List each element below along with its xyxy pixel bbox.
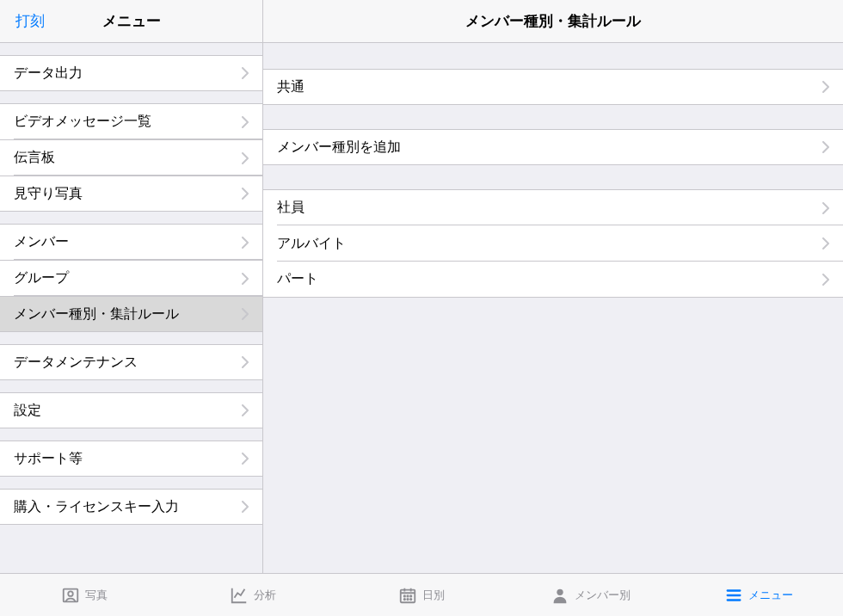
tab-label: メニュー bbox=[748, 588, 793, 603]
tab-label: 日別 bbox=[422, 588, 445, 603]
content-group: 社員アルバイトパート bbox=[263, 189, 843, 298]
tab-menu[interactable]: メニュー bbox=[674, 586, 843, 605]
menu-icon bbox=[724, 586, 743, 605]
content-item[interactable]: パート bbox=[263, 262, 843, 298]
sidebar-item-label: 伝言板 bbox=[14, 149, 242, 167]
content-item[interactable]: 共通 bbox=[263, 69, 843, 105]
sidebar-item[interactable]: データ出力 bbox=[0, 55, 262, 91]
content-item[interactable]: メンバー種別を追加 bbox=[263, 129, 843, 165]
content-item[interactable]: アルバイト bbox=[263, 225, 843, 262]
content-item-label: アルバイト bbox=[277, 235, 822, 253]
sidebar-item-label: 購入・ライセンスキー入力 bbox=[14, 498, 242, 516]
chevron-right-icon bbox=[242, 404, 249, 416]
sidebar-item-label: メンバー種別・集計ルール bbox=[14, 305, 242, 323]
sidebar-group: データメンテナンス bbox=[0, 344, 262, 380]
sidebar-group: メンバーグループメンバー種別・集計ルール bbox=[0, 224, 262, 332]
svg-point-3 bbox=[404, 595, 405, 596]
chevron-right-icon bbox=[242, 308, 249, 320]
chevron-right-icon bbox=[242, 501, 249, 513]
tab-person[interactable]: メンバー別 bbox=[506, 586, 674, 605]
sidebar-item-label: 設定 bbox=[14, 402, 242, 420]
sidebar-item-label: 見守り写真 bbox=[14, 185, 242, 203]
svg-point-4 bbox=[407, 595, 408, 596]
content-item-label: 共通 bbox=[277, 78, 822, 96]
sidebar-item-label: グループ bbox=[14, 269, 242, 287]
chevron-right-icon bbox=[242, 453, 249, 465]
sidebar-group: 購入・ライセンスキー入力 bbox=[0, 489, 262, 525]
content-group: 共通 bbox=[263, 69, 843, 105]
sidebar-group: ビデオメッセージ一覧伝言板見守り写真 bbox=[0, 103, 262, 212]
svg-point-7 bbox=[407, 598, 408, 599]
sidebar-group: サポート等 bbox=[0, 440, 262, 477]
chevron-right-icon bbox=[242, 188, 249, 200]
content-group: メンバー種別を追加 bbox=[263, 129, 843, 165]
main-container: 打刻 メニュー データ出力ビデオメッセージ一覧伝言板見守り写真メンバーグループメ… bbox=[0, 0, 843, 573]
sidebar-item-label: サポート等 bbox=[14, 450, 242, 468]
sidebar-item[interactable]: 伝言板 bbox=[0, 139, 262, 176]
chevron-right-icon bbox=[242, 152, 249, 164]
content-header: メンバー種別・集計ルール bbox=[263, 0, 843, 43]
tab-label: 分析 bbox=[254, 588, 276, 603]
content-item[interactable]: 社員 bbox=[263, 189, 843, 225]
sidebar-item[interactable]: ビデオメッセージ一覧 bbox=[0, 103, 262, 139]
sidebar-item[interactable]: メンバー bbox=[0, 224, 262, 260]
tab-photo[interactable]: 写真 bbox=[0, 586, 169, 605]
calendar-icon bbox=[398, 586, 417, 605]
chart-icon bbox=[230, 586, 249, 605]
chevron-right-icon bbox=[822, 81, 829, 93]
chevron-right-icon bbox=[822, 141, 829, 153]
content-list: 共通メンバー種別を追加社員アルバイトパート bbox=[263, 43, 843, 573]
sidebar-item-label: データメンテナンス bbox=[14, 354, 242, 372]
tab-calendar[interactable]: 日別 bbox=[337, 586, 506, 605]
sidebar-item-label: メンバー bbox=[14, 233, 242, 251]
tab-chart[interactable]: 分析 bbox=[169, 586, 337, 605]
chevron-right-icon bbox=[242, 273, 249, 285]
sidebar-item[interactable]: メンバー種別・集計ルール bbox=[0, 296, 262, 332]
svg-point-6 bbox=[404, 598, 405, 599]
sidebar-item[interactable]: グループ bbox=[0, 260, 262, 296]
sidebar-item[interactable]: 設定 bbox=[0, 392, 262, 428]
sidebar-item[interactable]: サポート等 bbox=[0, 440, 262, 477]
tab-label: メンバー別 bbox=[575, 588, 631, 603]
content-item-label: パート bbox=[277, 270, 822, 288]
sidebar-item[interactable]: 見守り写真 bbox=[0, 176, 262, 212]
sidebar-list: データ出力ビデオメッセージ一覧伝言板見守り写真メンバーグループメンバー種別・集計… bbox=[0, 43, 262, 573]
timeclock-link[interactable]: 打刻 bbox=[15, 11, 45, 31]
svg-point-5 bbox=[410, 595, 411, 596]
sidebar-item-label: データ出力 bbox=[14, 65, 242, 83]
chevron-right-icon bbox=[822, 202, 829, 214]
chevron-right-icon bbox=[242, 237, 249, 249]
sidebar-header: 打刻 メニュー bbox=[0, 0, 262, 43]
sidebar-group: データ出力 bbox=[0, 55, 262, 91]
person-icon bbox=[551, 586, 569, 605]
content-title: メンバー種別・集計ルール bbox=[465, 11, 641, 31]
chevron-right-icon bbox=[242, 67, 249, 79]
sidebar-item[interactable]: データメンテナンス bbox=[0, 344, 262, 380]
content-pane: メンバー種別・集計ルール 共通メンバー種別を追加社員アルバイトパート bbox=[263, 0, 843, 573]
svg-point-1 bbox=[68, 591, 73, 596]
photo-icon bbox=[61, 586, 80, 605]
svg-point-9 bbox=[557, 588, 563, 594]
sidebar: 打刻 メニュー データ出力ビデオメッセージ一覧伝言板見守り写真メンバーグループメ… bbox=[0, 0, 263, 573]
tabbar: 写真分析日別メンバー別メニュー bbox=[0, 573, 843, 616]
content-item-label: メンバー種別を追加 bbox=[277, 139, 822, 157]
chevron-right-icon bbox=[242, 356, 249, 368]
svg-point-8 bbox=[410, 598, 411, 599]
chevron-right-icon bbox=[822, 274, 829, 286]
content-item-label: 社員 bbox=[277, 199, 822, 217]
sidebar-item[interactable]: 購入・ライセンスキー入力 bbox=[0, 489, 262, 525]
chevron-right-icon bbox=[242, 116, 249, 128]
chevron-right-icon bbox=[822, 237, 829, 249]
sidebar-group: 設定 bbox=[0, 392, 262, 428]
sidebar-item-label: ビデオメッセージ一覧 bbox=[14, 113, 242, 131]
tab-label: 写真 bbox=[85, 588, 108, 603]
